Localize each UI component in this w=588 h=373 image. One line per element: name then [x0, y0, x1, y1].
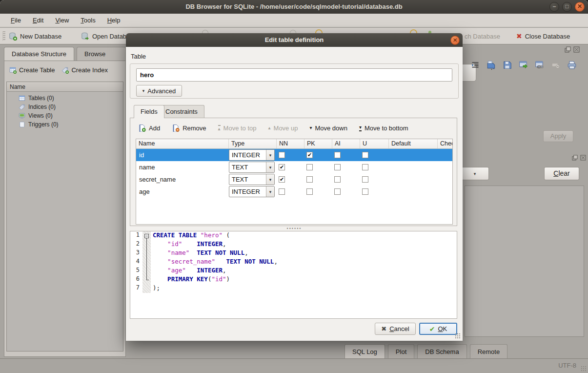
pk-checkbox[interactable]	[306, 176, 313, 183]
table-name-input[interactable]	[136, 68, 452, 82]
new-database-button[interactable]: New Database	[6, 29, 64, 43]
tree-item-tables[interactable]: Tables (0)	[7, 94, 123, 103]
ai-checkbox[interactable]	[334, 176, 341, 183]
table-row[interactable]: name TEXT ▾	[136, 161, 452, 173]
u-checkbox[interactable]	[362, 164, 368, 170]
open-sql-file-icon[interactable]	[486, 59, 497, 71]
tab-fields[interactable]: Fields	[134, 105, 164, 118]
create-table-button[interactable]: Create Table	[9, 66, 55, 74]
table-row[interactable]: age INTEGER ▾	[136, 186, 452, 198]
type-cell: INTEGER ▾	[229, 149, 277, 161]
tree-item-indices[interactable]: Indices (0)	[7, 103, 123, 111]
pk-checkbox[interactable]	[306, 188, 313, 195]
tab-database-structure[interactable]: Database Structure	[4, 47, 74, 61]
type-combobox[interactable]: TEXT ▾	[229, 174, 275, 185]
tab-db-schema[interactable]: DB Schema	[417, 344, 466, 358]
column-header[interactable]: NN	[277, 139, 304, 148]
dock-close-icon[interactable]	[573, 46, 580, 53]
menu-tools[interactable]: Tools	[75, 14, 101, 26]
dialog-close-button[interactable]: ✕	[450, 36, 460, 45]
pk-checkbox[interactable]	[306, 164, 313, 170]
open-database-button[interactable]: Open Database	[78, 29, 127, 43]
clear-log-icon[interactable]	[550, 59, 562, 71]
tab-constraints[interactable]: Constraints	[159, 105, 204, 118]
execute-sql-icon[interactable]	[518, 59, 529, 71]
dock-float-icon[interactable]	[572, 155, 578, 161]
clear-button[interactable]: Clear	[544, 167, 579, 180]
create-index-button[interactable]: Create Index	[61, 66, 107, 74]
tab-sql-log[interactable]: SQL Log	[345, 344, 385, 358]
table-row[interactable]: id INTEGER ▾	[136, 149, 452, 161]
pk-checkbox[interactable]	[306, 152, 313, 158]
apply-button[interactable]: Apply	[543, 130, 573, 142]
move-to-top-button[interactable]: ▴ Move to top	[213, 123, 262, 134]
app-window: DB Browser for SQLite - /home/user/code/…	[0, 0, 588, 373]
code-fold-toggle[interactable]	[144, 234, 149, 238]
nn-checkbox[interactable]	[279, 176, 285, 183]
nn-checkbox[interactable]	[279, 188, 285, 195]
dock-float-icon[interactable]	[565, 46, 571, 53]
menu-file[interactable]: File	[5, 14, 27, 26]
column-header[interactable]: AI	[332, 139, 360, 148]
column-header[interactable]: U	[360, 139, 389, 148]
tree-item-triggers[interactable]: Triggers (0)	[7, 120, 123, 129]
move-to-bottom-button[interactable]: ▾ Move to bottom	[354, 123, 413, 134]
column-header[interactable]: Default	[389, 139, 438, 148]
u-checkbox[interactable]	[362, 176, 368, 183]
print-icon[interactable]	[566, 59, 578, 71]
tab-remote[interactable]: Remote	[470, 344, 508, 358]
tree-item-views[interactable]: Views (0)	[7, 111, 123, 120]
maximize-button[interactable]: □	[562, 2, 572, 12]
dialog-resize-grip[interactable]	[455, 333, 461, 339]
column-header[interactable]: PK	[304, 139, 332, 148]
type-combobox[interactable]: INTEGER ▾	[229, 149, 275, 161]
save-sql-file-icon[interactable]	[502, 59, 513, 71]
nn-checkbox[interactable]	[279, 152, 285, 158]
type-combobox[interactable]: INTEGER ▾	[229, 186, 275, 197]
format-sql-icon[interactable]	[469, 59, 481, 71]
chevron-down-icon: ▾	[474, 171, 476, 176]
hidden-toolbar-icon	[410, 29, 417, 33]
tab-browse-data[interactable]: Browse Data	[77, 47, 126, 61]
move-down-button[interactable]: ▾ Move down	[304, 123, 352, 134]
remove-field-button[interactable]: Remove	[167, 122, 211, 134]
move-up-button[interactable]: ▴ Move up	[264, 123, 303, 134]
minimize-button[interactable]: –	[549, 2, 559, 12]
close-window-button[interactable]: ✕	[575, 2, 585, 12]
u-checkbox[interactable]	[362, 188, 368, 195]
window-resize-grip[interactable]	[581, 366, 587, 372]
type-combobox[interactable]: TEXT ▾	[229, 162, 275, 173]
attach-database-button[interactable]: ch Database	[462, 29, 503, 43]
new-database-icon	[9, 32, 17, 41]
dialog-titlebar[interactable]: Edit table definition ✕	[126, 33, 463, 47]
toolbar-handle[interactable]	[2, 31, 5, 41]
advanced-button[interactable]: ▾ Advanced	[136, 85, 182, 97]
splitter-handle[interactable]: ••••••	[126, 227, 463, 230]
menu-help[interactable]: Help	[101, 14, 126, 26]
sql-preview-editor[interactable]: 1 CREATE TABLE "hero" ( 2 "id" INTEGER, …	[130, 231, 457, 319]
dock-close-icon[interactable]	[580, 155, 586, 161]
chevron-down-icon: ▾	[266, 162, 274, 172]
u-checkbox[interactable]	[362, 152, 368, 158]
link-window-icon[interactable]	[534, 59, 546, 71]
ai-checkbox[interactable]	[334, 164, 341, 170]
column-header[interactable]: Name	[136, 139, 229, 148]
ai-checkbox[interactable]	[334, 152, 341, 158]
menu-view[interactable]: View	[49, 14, 75, 26]
ok-button[interactable]: ✔ OK	[419, 323, 457, 335]
tree-header-name[interactable]: Name	[7, 82, 123, 92]
encoding-indicator[interactable]: UTF-8	[558, 362, 576, 369]
column-header[interactable]: Check	[438, 139, 453, 148]
add-field-button[interactable]: Add	[133, 122, 165, 134]
column-header[interactable]: Type	[229, 139, 277, 148]
menu-edit[interactable]: Edit	[27, 14, 49, 26]
type-cell: INTEGER ▾	[229, 186, 277, 198]
cancel-button[interactable]: ✖ Cancel	[375, 323, 416, 335]
hidden-combobox-fragment[interactable]: ▾	[461, 167, 489, 180]
nn-checkbox[interactable]	[279, 164, 285, 170]
table-row[interactable]: secret_name TEXT ▾	[136, 173, 452, 186]
tab-plot[interactable]: Plot	[388, 344, 414, 358]
window-titlebar[interactable]: DB Browser for SQLite - /home/user/code/…	[0, 0, 588, 14]
close-database-button[interactable]: ✖ Close Database	[513, 29, 573, 43]
ai-checkbox[interactable]	[334, 188, 341, 195]
